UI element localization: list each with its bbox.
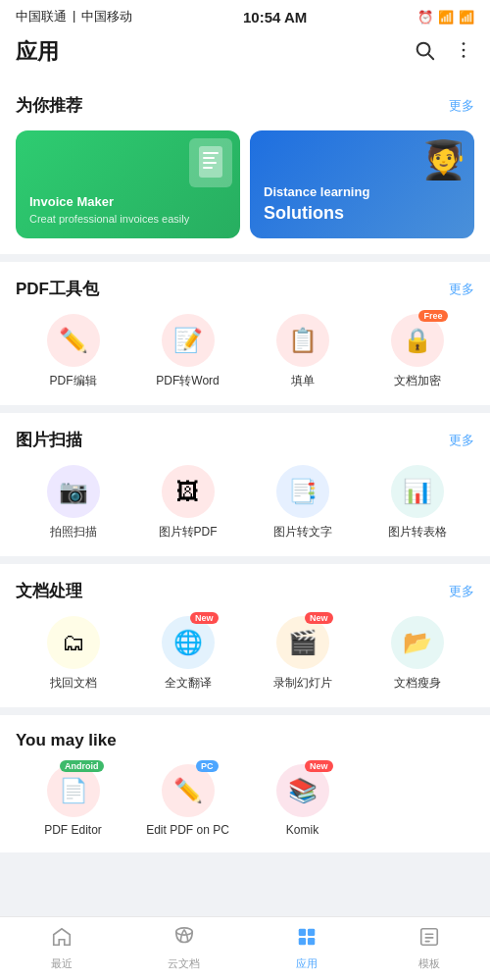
nav-item-1[interactable]: 云文档 [122,917,245,980]
tool-icon-0: 📷 [59,478,88,505]
pdf-tools-grid: ✏️PDF编辑📝PDF转Word📋填单Free🔒文档加密 [16,314,474,389]
alarm-icon: ⏰ [417,10,433,25]
pdf-tools-more[interactable]: 更多 [449,281,474,298]
pdf-tools-header: PDF工具包 更多 [16,278,474,300]
tool-icon-1: 🖼 [176,478,200,505]
tool-icon-wrap-1: 📝 [162,314,215,367]
tool-icon-3: 📂 [403,629,432,656]
you-may-title: You may like [16,731,474,750]
banner-distance-learning[interactable]: 🧑‍🎓 Distance learning Solutions [250,130,474,238]
tool-icon-0: ✏️ [59,327,88,354]
badge-1: New [190,612,219,624]
distance-line2: Solutions [264,202,461,225]
tool-icon-1: ✏️ [173,777,203,804]
person-icon: 🧑‍🎓 [420,139,466,181]
banner-row: Invoice Maker Creat professional invoice… [16,130,474,238]
tool-icon-3: 📊 [403,478,432,505]
image-tools-more[interactable]: 更多 [449,432,474,449]
banner-invoice[interactable]: Invoice Maker Creat professional invoice… [16,130,240,238]
nav-item-0[interactable]: 最近 [0,917,122,980]
wifi-icon: 📶 [438,10,454,25]
svg-point-10 [175,928,192,935]
tool-icon-1: 🌐 [173,629,203,656]
tool-item-3[interactable]: 📊图片转表格 [360,465,474,541]
nav-icon-1 [173,926,195,954]
badge-1: PC [196,760,219,772]
tool-item-0[interactable]: Android📄PDF Editor [16,764,130,837]
nav-item-3[interactable]: 模板 [368,917,490,980]
tool-icon-wrap-2: New📚 [276,764,329,817]
tool-item-0[interactable]: 🗂找回文档 [16,616,130,692]
tool-icon-wrap-0: 🗂 [47,616,100,669]
tool-icon-wrap-1: New🌐 [162,616,215,669]
tool-label-0: PDF Editor [44,823,102,837]
doc-tools-header: 文档处理 更多 [16,580,474,602]
svg-rect-12 [307,929,314,936]
tool-icon-2: 🎬 [288,629,318,656]
svg-rect-15 [420,929,437,946]
invoice-icon [189,138,232,187]
carrier2: 中国移动 [81,8,132,26]
svg-rect-6 [203,152,219,154]
header: 应用 [0,29,490,78]
doc-tools-title: 文档处理 [16,580,82,602]
tool-item-2[interactable]: 📋填单 [245,314,360,389]
tool-icon-wrap-1: 🖼 [162,465,215,518]
tool-label-2: 图片转文字 [273,524,332,541]
tool-item-2[interactable]: New📚Komik [245,764,360,837]
nav-item-2[interactable]: 应用 [245,917,368,980]
recommended-title: 为你推荐 [16,94,82,117]
tool-item-1[interactable]: 🖼图片转PDF [130,465,245,541]
status-icons: ⏰ 📶 📶 [417,10,474,25]
tool-item-0[interactable]: 📷拍照扫描 [16,465,130,541]
tool-icon-wrap-2: 📑 [276,465,329,518]
tool-label-2: 填单 [291,373,315,389]
search-icon[interactable] [414,39,435,66]
image-tools-header: 图片扫描 更多 [16,429,474,451]
learning-illustration: 🧑‍🎓 [420,138,466,181]
svg-rect-7 [203,157,215,159]
tool-icon-0: 🗂 [62,629,85,656]
tool-label-1: 图片转PDF [159,524,218,541]
more-icon[interactable] [453,39,474,66]
tool-label-3: 文档瘦身 [394,675,441,692]
tool-item-2[interactable]: 📑图片转文字 [245,465,360,541]
tool-label-2: 录制幻灯片 [273,675,332,692]
tool-label-0: 找回文档 [50,675,97,692]
svg-rect-11 [298,929,305,936]
badge-2: New [305,612,333,624]
tool-icon-wrap-1: PC✏️ [162,764,215,817]
tool-icon-wrap-2: New🎬 [276,616,329,669]
svg-rect-14 [307,938,314,945]
tool-label-1: PDF转Word [156,373,219,389]
tool-icon-wrap-0: ✏️ [47,314,100,367]
doc-tools-more[interactable]: 更多 [449,583,474,600]
image-tools-title: 图片扫描 [16,429,82,451]
tool-icon-2: 📑 [288,478,318,505]
tool-item-1[interactable]: New🌐全文翻译 [130,616,245,692]
badge-3: Free [418,310,447,322]
nav-label-3: 模板 [418,956,440,971]
carrier1: 中国联通 [16,8,67,26]
tool-icon-wrap-2: 📋 [276,314,329,367]
tool-item-3[interactable]: Free🔒文档加密 [360,314,474,389]
tool-label-0: PDF编辑 [50,373,97,389]
tool-item-0[interactable]: ✏️PDF编辑 [16,314,130,389]
tool-icon-2: 📚 [288,777,318,804]
tool-icon-wrap-3: 📊 [391,465,444,518]
tool-item-1[interactable]: PC✏️Edit PDF on PC [130,764,245,837]
recommended-more[interactable]: 更多 [449,97,474,115]
tool-icon-wrap-3: Free🔒 [391,314,444,367]
pdf-tools-title: PDF工具包 [16,278,99,300]
nav-icon-0 [51,926,73,954]
tool-item-3[interactable]: 📂文档瘦身 [360,616,474,692]
recommended-header: 为你推荐 更多 [16,94,474,117]
page-title: 应用 [16,37,59,67]
tool-label-3: 文档加密 [394,373,441,389]
signal-icon: 📶 [459,10,474,25]
tool-item-1[interactable]: 📝PDF转Word [130,314,245,389]
distance-line1: Distance learning [264,183,461,201]
tool-item-2[interactable]: New🎬录制幻灯片 [245,616,360,692]
image-tools-grid: 📷拍照扫描🖼图片转PDF📑图片转文字📊图片转表格 [16,465,474,541]
tool-icon-2: 📋 [288,327,318,354]
